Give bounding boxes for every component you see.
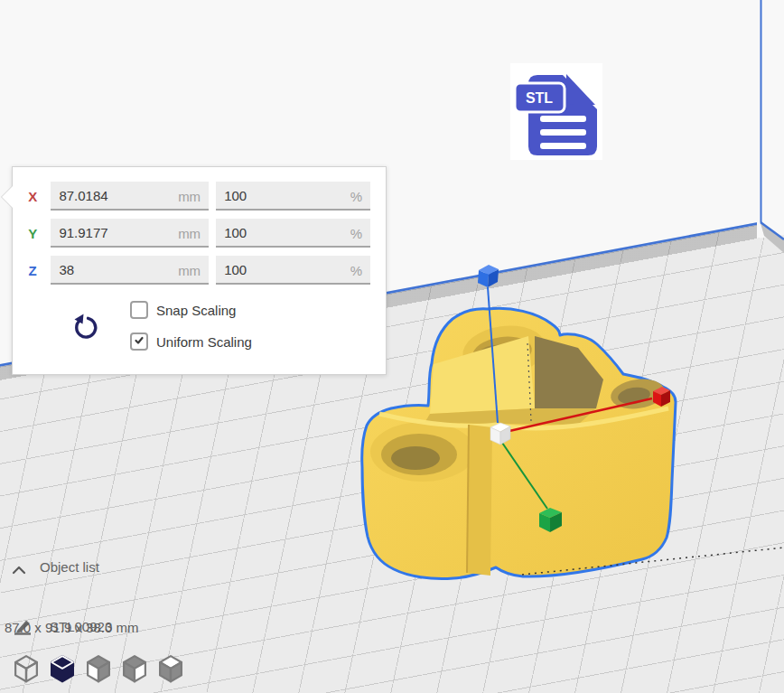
view-front-button-active[interactable] [49, 654, 76, 684]
model-stl00923[interactable] [362, 308, 784, 578]
cube-right-face-icon [121, 673, 148, 687]
view-3d-button[interactable] [13, 654, 40, 684]
cube-wireframe-icon [13, 673, 40, 687]
scale-row-z: Z mm % [26, 256, 370, 285]
z-scale-handle[interactable] [478, 265, 499, 287]
left-cylinder-shadow [391, 446, 440, 470]
snap-scaling-label: Snap Scaling [156, 303, 236, 318]
stl-badge-label: STL [526, 90, 553, 106]
collapse-chevron-icon[interactable] [12, 563, 26, 579]
folded-corner [566, 74, 595, 105]
snap-scaling-checkbox[interactable] [130, 301, 148, 319]
view-left-button[interactable] [85, 654, 112, 684]
text-line [540, 143, 586, 149]
x-size-input[interactable] [51, 182, 209, 211]
scale-row-y: Y mm % [26, 219, 370, 248]
cube-left-face-icon [85, 673, 112, 687]
cube-solid-icon [49, 673, 76, 687]
z-size-input[interactable] [51, 256, 209, 285]
z-percent-input[interactable] [216, 256, 370, 285]
view-top-button[interactable] [157, 654, 184, 684]
object-list-panel: Object list STL00923 87.0 x 91.9 x 38.0 … [0, 557, 253, 693]
front-groove [467, 425, 492, 576]
cura-3d-viewport: STL X mm % Y [0, 0, 784, 693]
uniform-scaling-label: Uniform Scaling [156, 334, 252, 350]
panel-pointer-notch [2, 186, 13, 208]
object-list-item[interactable]: STL00923 [0, 585, 181, 611]
x-percent-input[interactable] [216, 182, 370, 211]
x-axis-label: X [26, 189, 39, 204]
rotate-counterclockwise-icon [71, 332, 98, 345]
view-right-button[interactable] [121, 654, 148, 684]
scale-tool-panel: X mm % Y mm % [12, 166, 387, 375]
snap-scaling-option[interactable]: Snap Scaling [130, 301, 252, 319]
uniform-scaling-option[interactable]: Uniform Scaling [130, 332, 252, 351]
text-line [540, 116, 586, 122]
y-axis-label: Y [26, 226, 39, 241]
checkmark-icon [134, 333, 145, 350]
cube-top-face-icon [157, 673, 184, 687]
text-line [540, 129, 586, 136]
reset-scale-button[interactable] [71, 310, 98, 342]
stl-file-icon: STL [510, 63, 602, 160]
uniform-scaling-checkbox[interactable] [130, 332, 148, 351]
scale-row-x: X mm % [26, 182, 370, 211]
object-dimensions: 87.0 x 91.9 x 38.0 mm [5, 620, 138, 635]
z-axis-label: Z [26, 263, 39, 278]
y-percent-input[interactable] [216, 219, 370, 248]
view-toolbar [13, 654, 184, 684]
object-list-title: Object list [40, 559, 99, 575]
y-size-input[interactable] [51, 219, 209, 248]
